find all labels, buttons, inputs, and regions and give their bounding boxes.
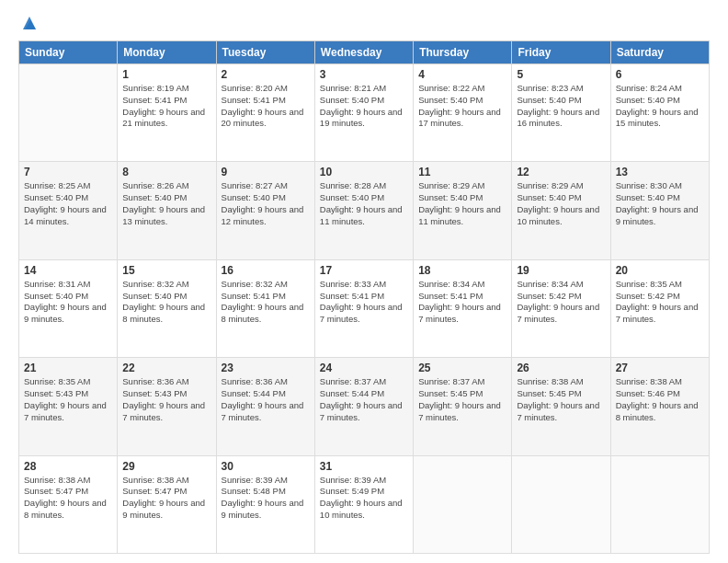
calendar-cell: 1Sunrise: 8:19 AMSunset: 5:41 PMDaylight… — [118, 64, 216, 162]
day-info: Sunrise: 8:38 AMSunset: 5:47 PMDaylight:… — [24, 475, 112, 522]
day-header-monday: Monday — [118, 41, 216, 64]
day-header-thursday: Thursday — [414, 41, 512, 64]
calendar-cell: 25Sunrise: 8:37 AMSunset: 5:45 PMDayligh… — [414, 358, 512, 455]
calendar-week-row: 14Sunrise: 8:31 AMSunset: 5:40 PMDayligh… — [19, 259, 710, 357]
day-number: 11 — [418, 166, 506, 178]
calendar-cell: 30Sunrise: 8:39 AMSunset: 5:48 PMDayligh… — [216, 455, 314, 553]
day-info: Sunrise: 8:29 AMSunset: 5:40 PMDaylight:… — [418, 180, 506, 227]
day-info: Sunrise: 8:35 AMSunset: 5:42 PMDaylight:… — [616, 279, 704, 326]
day-info: Sunrise: 8:36 AMSunset: 5:43 PMDaylight:… — [122, 376, 210, 423]
day-number: 20 — [616, 264, 704, 277]
calendar-cell: 7Sunrise: 8:25 AMSunset: 5:40 PMDaylight… — [19, 162, 118, 259]
day-info: Sunrise: 8:31 AMSunset: 5:40 PMDaylight:… — [24, 279, 112, 326]
calendar-cell: 11Sunrise: 8:29 AMSunset: 5:40 PMDayligh… — [414, 162, 512, 259]
calendar-cell — [610, 455, 709, 553]
day-number: 1 — [122, 68, 210, 81]
calendar-cell: 24Sunrise: 8:37 AMSunset: 5:44 PMDayligh… — [314, 358, 413, 455]
calendar-cell: 2Sunrise: 8:20 AMSunset: 5:41 PMDaylight… — [216, 64, 314, 162]
day-number: 29 — [122, 460, 210, 473]
day-number: 8 — [122, 166, 210, 178]
calendar-cell: 12Sunrise: 8:29 AMSunset: 5:40 PMDayligh… — [512, 162, 610, 259]
day-info: Sunrise: 8:33 AMSunset: 5:41 PMDaylight:… — [320, 279, 408, 326]
header — [18, 17, 710, 33]
day-info: Sunrise: 8:28 AMSunset: 5:40 PMDaylight:… — [320, 180, 408, 227]
calendar-cell: 31Sunrise: 8:39 AMSunset: 5:49 PMDayligh… — [314, 455, 413, 553]
calendar-cell: 5Sunrise: 8:23 AMSunset: 5:40 PMDaylight… — [512, 64, 610, 162]
calendar-cell: 9Sunrise: 8:27 AMSunset: 5:40 PMDaylight… — [216, 162, 314, 259]
day-number: 24 — [320, 362, 408, 374]
day-number: 5 — [517, 68, 605, 81]
day-info: Sunrise: 8:38 AMSunset: 5:46 PMDaylight:… — [616, 376, 704, 423]
logo-icon — [19, 13, 40, 33]
calendar-cell: 23Sunrise: 8:36 AMSunset: 5:44 PMDayligh… — [216, 358, 314, 455]
day-info: Sunrise: 8:25 AMSunset: 5:40 PMDaylight:… — [24, 180, 112, 227]
calendar-week-row: 21Sunrise: 8:35 AMSunset: 5:43 PMDayligh… — [19, 358, 710, 455]
day-number: 9 — [222, 166, 310, 178]
calendar-table: SundayMondayTuesdayWednesdayThursdayFrid… — [18, 40, 710, 554]
day-info: Sunrise: 8:39 AMSunset: 5:49 PMDaylight:… — [320, 475, 408, 522]
calendar-week-row: 28Sunrise: 8:38 AMSunset: 5:47 PMDayligh… — [19, 455, 710, 553]
day-number: 18 — [418, 264, 506, 277]
day-header-sunday: Sunday — [19, 41, 118, 64]
day-number: 3 — [320, 68, 408, 81]
day-info: Sunrise: 8:20 AMSunset: 5:41 PMDaylight:… — [222, 83, 310, 130]
day-number: 16 — [222, 264, 310, 277]
calendar-cell: 27Sunrise: 8:38 AMSunset: 5:46 PMDayligh… — [610, 358, 709, 455]
day-info: Sunrise: 8:19 AMSunset: 5:41 PMDaylight:… — [122, 83, 210, 130]
day-info: Sunrise: 8:37 AMSunset: 5:45 PMDaylight:… — [418, 376, 506, 423]
day-info: Sunrise: 8:38 AMSunset: 5:47 PMDaylight:… — [122, 475, 210, 522]
calendar-cell: 19Sunrise: 8:34 AMSunset: 5:42 PMDayligh… — [512, 259, 610, 357]
day-number: 31 — [320, 460, 408, 473]
day-number: 13 — [616, 166, 704, 178]
day-number: 30 — [222, 460, 310, 473]
day-info: Sunrise: 8:34 AMSunset: 5:42 PMDaylight:… — [517, 279, 605, 326]
day-number: 4 — [418, 68, 506, 81]
day-header-tuesday: Tuesday — [216, 41, 314, 64]
calendar-week-row: 7Sunrise: 8:25 AMSunset: 5:40 PMDaylight… — [19, 162, 710, 259]
calendar-cell — [19, 64, 118, 162]
day-number: 14 — [24, 264, 112, 277]
day-number: 21 — [24, 362, 112, 374]
day-number: 2 — [222, 68, 310, 81]
calendar-cell: 18Sunrise: 8:34 AMSunset: 5:41 PMDayligh… — [414, 259, 512, 357]
calendar-cell: 10Sunrise: 8:28 AMSunset: 5:40 PMDayligh… — [314, 162, 413, 259]
day-info: Sunrise: 8:35 AMSunset: 5:43 PMDaylight:… — [24, 376, 112, 423]
day-info: Sunrise: 8:24 AMSunset: 5:40 PMDaylight:… — [616, 83, 704, 130]
day-info: Sunrise: 8:30 AMSunset: 5:40 PMDaylight:… — [616, 180, 704, 227]
calendar-header-row: SundayMondayTuesdayWednesdayThursdayFrid… — [19, 41, 710, 64]
day-info: Sunrise: 8:32 AMSunset: 5:40 PMDaylight:… — [122, 279, 210, 326]
day-number: 6 — [616, 68, 704, 81]
calendar-cell: 21Sunrise: 8:35 AMSunset: 5:43 PMDayligh… — [19, 358, 118, 455]
calendar-cell: 28Sunrise: 8:38 AMSunset: 5:47 PMDayligh… — [19, 455, 118, 553]
day-number: 10 — [320, 166, 408, 178]
day-info: Sunrise: 8:23 AMSunset: 5:40 PMDaylight:… — [517, 83, 605, 130]
day-info: Sunrise: 8:39 AMSunset: 5:48 PMDaylight:… — [222, 475, 310, 522]
day-number: 22 — [122, 362, 210, 374]
day-number: 7 — [24, 166, 112, 178]
calendar-cell — [512, 455, 610, 553]
day-info: Sunrise: 8:27 AMSunset: 5:40 PMDaylight:… — [222, 180, 310, 227]
calendar-cell: 29Sunrise: 8:38 AMSunset: 5:47 PMDayligh… — [118, 455, 216, 553]
calendar-cell — [414, 455, 512, 553]
day-info: Sunrise: 8:26 AMSunset: 5:40 PMDaylight:… — [122, 180, 210, 227]
calendar-cell: 3Sunrise: 8:21 AMSunset: 5:40 PMDaylight… — [314, 64, 413, 162]
calendar-cell: 17Sunrise: 8:33 AMSunset: 5:41 PMDayligh… — [314, 259, 413, 357]
day-number: 27 — [616, 362, 704, 374]
calendar-cell: 16Sunrise: 8:32 AMSunset: 5:41 PMDayligh… — [216, 259, 314, 357]
day-number: 23 — [222, 362, 310, 374]
day-number: 19 — [517, 264, 605, 277]
page: SundayMondayTuesdayWednesdayThursdayFrid… — [0, 0, 728, 563]
day-info: Sunrise: 8:22 AMSunset: 5:40 PMDaylight:… — [418, 83, 506, 130]
calendar-cell: 22Sunrise: 8:36 AMSunset: 5:43 PMDayligh… — [118, 358, 216, 455]
day-info: Sunrise: 8:37 AMSunset: 5:44 PMDaylight:… — [320, 376, 408, 423]
day-info: Sunrise: 8:34 AMSunset: 5:41 PMDaylight:… — [418, 279, 506, 326]
calendar-cell: 26Sunrise: 8:38 AMSunset: 5:45 PMDayligh… — [512, 358, 610, 455]
calendar-cell: 13Sunrise: 8:30 AMSunset: 5:40 PMDayligh… — [610, 162, 709, 259]
day-info: Sunrise: 8:29 AMSunset: 5:40 PMDaylight:… — [517, 180, 605, 227]
day-info: Sunrise: 8:38 AMSunset: 5:45 PMDaylight:… — [517, 376, 605, 423]
day-info: Sunrise: 8:32 AMSunset: 5:41 PMDaylight:… — [222, 279, 310, 326]
calendar-cell: 4Sunrise: 8:22 AMSunset: 5:40 PMDaylight… — [414, 64, 512, 162]
logo — [18, 17, 40, 33]
day-number: 25 — [418, 362, 506, 374]
day-number: 15 — [122, 264, 210, 277]
